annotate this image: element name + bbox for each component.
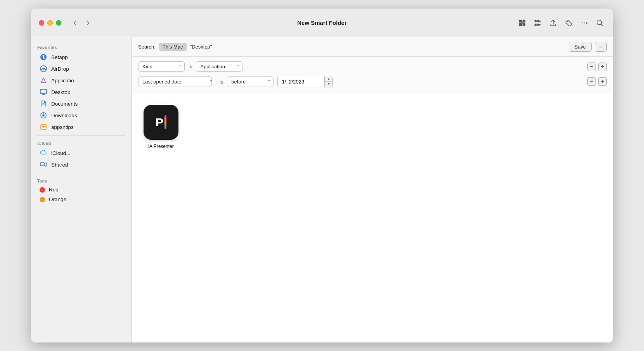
svg-rect-4 <box>535 20 537 22</box>
window-title: New Smart Folder <box>297 19 347 26</box>
last-opened-select[interactable]: Last opened date <box>138 76 212 87</box>
sidebar-item-setapp[interactable]: Setapp <box>33 51 129 63</box>
sidebar-item-documents[interactable]: Documents <box>33 98 129 109</box>
sidebar: Favorites Setapp <box>31 37 132 342</box>
setapp-label: Setapp <box>51 54 68 60</box>
svg-point-16 <box>43 70 44 71</box>
date-input[interactable] <box>278 77 324 87</box>
search-bar: Search: This Mac "Desktop" Save − <box>132 37 613 57</box>
svg-rect-2 <box>519 23 522 26</box>
documents-icon <box>40 100 47 108</box>
application-select-wrapper: Application <box>196 61 242 72</box>
back-button[interactable] <box>70 17 81 28</box>
sidebar-item-applications[interactable]: Applicatio... <box>33 75 129 86</box>
app-icon-p-letter: P <box>156 116 163 129</box>
more-button[interactable] <box>579 17 590 28</box>
filter-area: Kind is Application − + <box>132 57 613 92</box>
nav-buttons <box>70 17 93 28</box>
application-select[interactable]: Application <box>196 61 242 72</box>
tag-button[interactable] <box>563 17 574 28</box>
sidebar-item-appsntips[interactable]: appsntips <box>33 121 129 133</box>
forward-button[interactable] <box>82 17 93 28</box>
before-wrapper: before <box>227 76 274 87</box>
kind-select-wrapper: Kind <box>138 61 185 72</box>
sidebar-item-tag-orange[interactable]: Orange <box>33 195 129 204</box>
svg-rect-23 <box>40 163 44 166</box>
svg-rect-18 <box>40 89 47 94</box>
before-select[interactable]: before <box>227 76 274 87</box>
tags-label: Tags <box>31 176 132 185</box>
ia-presenter-label: iA Presenter <box>148 144 173 150</box>
orange-tag-dot <box>40 197 45 202</box>
setapp-icon <box>40 53 47 61</box>
view-icon-toggle[interactable] <box>517 17 528 28</box>
red-tag-label: Red <box>49 187 59 193</box>
svg-point-14 <box>43 56 44 58</box>
maximize-button[interactable] <box>56 20 61 26</box>
svg-rect-6 <box>535 23 537 25</box>
ia-presenter-icon: P <box>144 105 178 140</box>
date-stepper: ▲ ▼ <box>324 76 332 87</box>
filter-is-2: is <box>220 79 223 85</box>
save-button[interactable]: Save <box>569 42 592 52</box>
finder-window: New Smart Folder <box>31 9 613 342</box>
traffic-lights <box>39 20 61 26</box>
downloads-label: Downloads <box>51 113 77 118</box>
date-input-wrapper: ▲ ▼ <box>277 76 333 87</box>
svg-rect-0 <box>519 19 522 22</box>
sidebar-divider-1 <box>37 135 125 136</box>
red-tag-dot <box>40 187 45 193</box>
date-decrement[interactable]: ▼ <box>325 82 332 87</box>
search-button[interactable] <box>594 17 605 28</box>
filter-1-add[interactable]: + <box>598 63 607 71</box>
minimize-button[interactable] <box>47 20 53 26</box>
remove-search-button[interactable]: − <box>595 42 607 52</box>
desktop-icon <box>40 88 47 96</box>
search-label: Search: <box>138 44 156 50</box>
airdrop-icon <box>40 65 47 73</box>
filter-1-remove[interactable]: − <box>587 63 596 71</box>
filter-row-1: Kind is Application − + <box>138 61 607 72</box>
shared-label: Shared <box>51 162 68 168</box>
sidebar-divider-2 <box>37 173 125 173</box>
filter-is-1: is <box>189 64 192 70</box>
this-mac-tag[interactable]: This Mac <box>159 43 187 51</box>
sidebar-item-icloud[interactable]: iCloud... <box>33 147 129 159</box>
share-button[interactable] <box>548 17 559 28</box>
filter-2-add[interactable]: + <box>598 77 607 86</box>
svg-rect-3 <box>523 23 525 26</box>
sidebar-item-shared[interactable]: Shared <box>33 159 129 170</box>
sidebar-item-downloads[interactable]: Downloads <box>33 109 129 121</box>
airdrop-label: AirDrop <box>51 66 69 72</box>
files-area: P iA Presenter <box>132 92 613 342</box>
sidebar-item-desktop[interactable]: Desktop <box>33 86 129 98</box>
filter-1-buttons: − + <box>587 63 607 71</box>
kind-select[interactable]: Kind <box>138 61 185 72</box>
view-options-button[interactable] <box>532 17 543 28</box>
documents-label: Documents <box>51 101 78 107</box>
filter-row-2: Last opened date is before ▲ ▼ <box>138 76 607 87</box>
appsntips-label: appsntips <box>51 124 74 130</box>
icloud-icon <box>40 149 47 157</box>
date-increment[interactable]: ▲ <box>325 76 332 82</box>
last-opened-wrapper: Last opened date <box>138 76 216 87</box>
shared-icon <box>40 161 47 169</box>
svg-point-17 <box>43 78 44 79</box>
desktop-quoted: "Desktop" <box>190 44 212 50</box>
orange-tag-label: Orange <box>49 196 66 202</box>
app-icon-bar <box>164 115 166 129</box>
file-item-ia-presenter[interactable]: P iA Presenter <box>140 102 182 153</box>
main-layout: Favorites Setapp <box>31 37 613 342</box>
svg-point-10 <box>584 22 585 23</box>
sidebar-item-airdrop[interactable]: AirDrop <box>33 63 129 75</box>
svg-point-9 <box>582 22 583 23</box>
sidebar-item-tag-red[interactable]: Red <box>33 185 129 195</box>
titlebar: New Smart Folder <box>31 9 613 37</box>
favorites-label: Favorites <box>31 42 132 51</box>
desktop-label: Desktop <box>51 89 71 95</box>
close-button[interactable] <box>39 20 44 26</box>
filter-2-remove[interactable]: − <box>587 77 596 86</box>
appsntips-icon <box>40 123 47 131</box>
applications-label: Applicatio... <box>51 78 78 83</box>
toolbar-actions <box>517 17 605 28</box>
